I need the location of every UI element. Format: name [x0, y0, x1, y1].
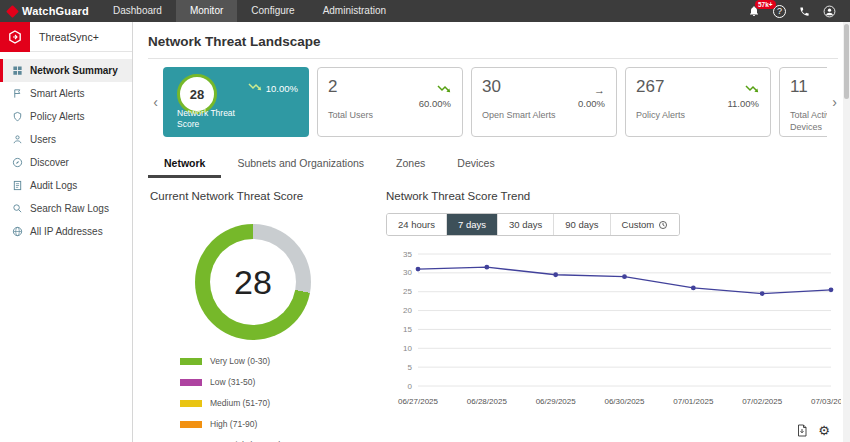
sidebar-item-search-raw-logs[interactable]: Search Raw Logs [0, 197, 132, 220]
svg-text:07/01/2025: 07/01/2025 [673, 397, 714, 406]
account-icon[interactable] [823, 5, 836, 18]
legend-item: Low (31-50) [180, 377, 356, 387]
svg-text:06/28/2025: 06/28/2025 [467, 397, 508, 406]
threat-score-donut: 28 [195, 224, 311, 340]
summary-cards-carousel: ‹ 28 10.00% Network Threat Score 2 Total… [148, 67, 842, 137]
card-open-smart-alerts[interactable]: 30 Open Smart Alerts → 0.00% [471, 67, 617, 137]
card-delta: 10.00% [248, 83, 298, 94]
grid-icon [12, 65, 23, 76]
nav-item-administration[interactable]: Administration [309, 0, 400, 22]
sidebar-item-label: Network Summary [30, 65, 118, 76]
card-value: 11 [790, 77, 827, 97]
trend-chart-container: 0510152025303506/27/202506/28/202506/29/… [386, 244, 842, 420]
trend-down-icon [248, 83, 262, 94]
svg-text:30: 30 [403, 268, 412, 277]
app-window: WatchGuard Dashboard Monitor Configure A… [0, 0, 850, 442]
tab-bar: Network Subnets and Organizations Zones … [148, 150, 842, 178]
nav-item-dashboard[interactable]: Dashboard [99, 0, 176, 22]
summary-cards: 28 10.00% Network Threat Score 2 Total U… [163, 67, 827, 137]
top-navbar: WatchGuard Dashboard Monitor Configure A… [0, 0, 850, 22]
tab-network[interactable]: Network [148, 150, 221, 178]
legend-item: Medium (51-70) [180, 398, 356, 408]
network-tab-content: Current Network Threat Score 28 Very Low… [148, 190, 842, 442]
footer-actions: ⚙ [796, 424, 830, 437]
card-network-threat-score[interactable]: 28 10.00% Network Threat Score [163, 67, 309, 137]
legend-item: High (71-90) [180, 419, 356, 429]
carousel-left-chevron-icon[interactable]: ‹ [148, 94, 163, 110]
tab-zones[interactable]: Zones [380, 150, 441, 178]
gear-icon[interactable]: ⚙ [818, 424, 830, 437]
sidebar-header: ThreatSync+ [0, 22, 132, 52]
sidebar-item-discover[interactable]: Discover [0, 151, 132, 174]
flag-icon [12, 88, 23, 99]
range-30-days-button[interactable]: 30 days [498, 214, 554, 235]
threatsync-logo-icon [0, 22, 30, 52]
donut-legend: Very Low (0-30)Low (31-50)Medium (51-70)… [180, 356, 356, 442]
svg-text:06/29/2025: 06/29/2025 [536, 397, 577, 406]
sidebar-item-audit-logs[interactable]: Audit Logs [0, 174, 132, 197]
score-circle-value: 28 [190, 87, 204, 102]
svg-text:07/02/2025: 07/02/2025 [742, 397, 783, 406]
legend-item: Very Low (0-30) [180, 356, 356, 366]
card-label: Total Active Devices [790, 110, 827, 133]
donut-title: Current Network Threat Score [150, 190, 356, 202]
trend-title: Network Threat Score Trend [386, 190, 842, 202]
nav-item-configure[interactable]: Configure [237, 0, 308, 22]
sidebar-item-label: Discover [30, 157, 69, 168]
vertical-scrollbar [843, 22, 850, 442]
sidebar: ThreatSync+ Network Summary Smart Alerts… [0, 22, 133, 442]
svg-text:10: 10 [403, 344, 412, 353]
export-report-icon[interactable] [796, 424, 808, 437]
card-total-users[interactable]: 2 Total Users 60.00% [317, 67, 463, 137]
trend-flat-icon: → [594, 85, 605, 96]
card-delta: 60.00% [419, 85, 451, 109]
card-label: Open Smart Alerts [482, 110, 560, 122]
range-90-days-button[interactable]: 90 days [554, 214, 610, 235]
sidebar-item-label: All IP Addresses [30, 226, 103, 237]
brand-name: WatchGuard [22, 5, 89, 17]
tab-devices[interactable]: Devices [441, 150, 510, 178]
sidebar-title: ThreatSync+ [39, 31, 99, 43]
phone-icon[interactable] [799, 6, 810, 17]
legend-swatch [180, 421, 202, 428]
svg-text:06/30/2025: 06/30/2025 [604, 397, 645, 406]
card-delta: → 0.00% [578, 85, 605, 109]
card-delta: 11.00% [727, 85, 759, 109]
sidebar-item-all-ip-addresses[interactable]: All IP Addresses [0, 220, 132, 243]
carousel-right-chevron-icon[interactable]: › [827, 94, 842, 110]
globe-icon [12, 226, 23, 237]
nav-item-monitor[interactable]: Monitor [176, 0, 237, 22]
card-delta-value: 0.00% [578, 98, 605, 109]
user-icon [12, 134, 23, 145]
card-policy-alerts[interactable]: 267 Policy Alerts 11.00% [625, 67, 771, 137]
svg-text:35: 35 [403, 250, 412, 259]
bell-icon[interactable]: 57k+ [748, 5, 760, 17]
sidebar-item-smart-alerts[interactable]: Smart Alerts [0, 82, 132, 105]
page-title: Network Threat Landscape [148, 34, 842, 49]
range-custom-button[interactable]: Custom [611, 214, 680, 235]
card-delta-value: 10.00% [266, 83, 298, 94]
threat-score-trend-panel: Network Threat Score Trend 24 hours 7 da… [356, 190, 842, 442]
card-delta-value: 11.00% [727, 98, 759, 109]
svg-text:5: 5 [408, 363, 413, 372]
range-7-days-button[interactable]: 7 days [447, 214, 498, 235]
scrollbar-thumb[interactable] [844, 24, 849, 99]
sidebar-item-label: Users [30, 134, 56, 145]
sidebar-menu: Network Summary Smart Alerts Policy Aler… [0, 52, 132, 243]
sidebar-item-network-summary[interactable]: Network Summary [0, 59, 132, 82]
legend-label: Very Low (0-30) [210, 356, 270, 366]
trend-down-icon [745, 85, 759, 96]
legend-label: Low (31-50) [210, 377, 255, 387]
sidebar-item-label: Search Raw Logs [30, 203, 109, 214]
current-threat-score-panel: Current Network Threat Score 28 Very Low… [148, 190, 356, 442]
clock-icon [658, 220, 668, 230]
sidebar-item-users[interactable]: Users [0, 128, 132, 151]
trend-line-chart: 0510152025303506/27/202506/28/202506/29/… [386, 244, 841, 416]
tab-subnets-and-organizations[interactable]: Subnets and Organizations [221, 150, 380, 178]
legend-swatch [180, 358, 202, 365]
svg-text:25: 25 [403, 287, 412, 296]
card-total-active-devices[interactable]: 11 Total Active Devices [779, 67, 827, 137]
sidebar-item-policy-alerts[interactable]: Policy Alerts [0, 105, 132, 128]
range-24-hours-button[interactable]: 24 hours [387, 214, 447, 235]
document-icon [12, 180, 23, 191]
